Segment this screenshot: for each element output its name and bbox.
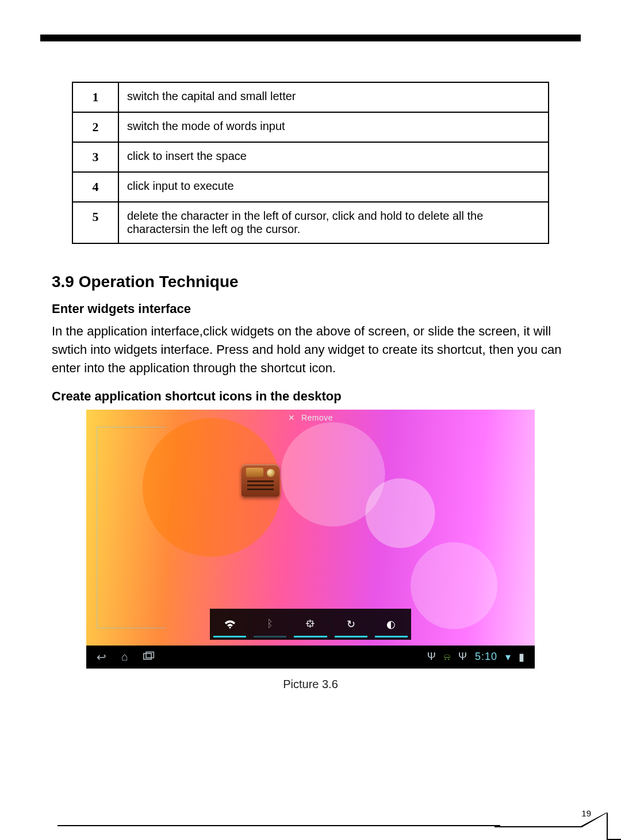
row-desc: switch the mode of words input [118,112,549,142]
gps-icon: ⯐ [305,618,316,630]
wifi-toggle[interactable] [210,609,250,640]
radio-widget-icon[interactable] [241,464,279,497]
table-row: 2 switch the mode of words input [72,112,549,142]
figure-caption: Picture 3.6 [86,678,535,691]
battery-icon: ▮ [519,651,524,663]
row-desc: click input to execute [118,172,549,202]
gps-toggle[interactable]: ⯐ [290,609,330,640]
android-debug-icon: ⍾ [444,651,450,663]
wifi-status-icon: ▾ [505,651,511,663]
usb-icon: Ψ [427,651,436,663]
row-number: 2 [72,112,118,142]
drop-target-outline [97,427,166,628]
usb-icon: Ψ [458,651,467,663]
subheading-widgets: Enter widgets interface [52,301,581,316]
row-number: 4 [72,172,118,202]
paragraph-widgets: In the application interface,click widge… [52,322,569,377]
svg-rect-1 [146,652,154,658]
figure: ✕ Remove ᛒ ⯐ ↻ [86,410,535,691]
row-number: 5 [72,202,118,243]
home-button[interactable]: ⌂ [121,650,128,663]
recent-icon [143,651,155,660]
remove-label: Remove [301,413,333,422]
sync-icon: ↻ [347,618,355,631]
quick-settings-panel: ᛒ ⯐ ↻ ◐ [210,609,411,640]
svg-rect-0 [144,654,151,659]
radio-grille-icon [247,480,274,491]
table-row: 4 click input to execute [72,172,549,202]
nav-buttons: ↩ ⌂ [97,650,155,664]
recent-button[interactable] [143,650,155,663]
brightness-toggle[interactable]: ◐ [371,609,411,640]
sync-toggle[interactable]: ↻ [331,609,371,640]
wifi-icon [224,620,236,629]
system-bar: ↩ ⌂ Ψ ⍾ Ψ 5:10 ▾ ▮ [86,646,535,669]
close-icon: ✕ [288,413,296,422]
header-rule [40,35,581,41]
remove-bar[interactable]: ✕ Remove [86,413,535,422]
section-heading: 3.9 Operation Technique [52,273,581,291]
table-row: 5 delete the character in the left of cu… [72,202,549,243]
brightness-icon: ◐ [386,618,396,631]
row-number: 1 [72,82,118,112]
subheading-shortcut: Create application shortcut icons in the… [52,389,581,404]
row-desc: delete the character in the left of curs… [118,202,549,243]
status-area[interactable]: Ψ ⍾ Ψ 5:10 ▾ ▮ [427,651,524,663]
page-corner-decoration [494,805,621,840]
tablet-screenshot: ✕ Remove ᛒ ⯐ ↻ [86,410,535,669]
table-row: 1 switch the capital and small letter [72,82,549,112]
row-number: 3 [72,142,118,172]
reference-table: 1 switch the capital and small letter 2 … [72,82,549,244]
back-button[interactable]: ↩ [97,650,106,664]
row-desc: click to insert the space [118,142,549,172]
row-desc: switch the capital and small letter [118,82,549,112]
bluetooth-toggle[interactable]: ᛒ [250,609,290,640]
clock: 5:10 [475,651,497,663]
bluetooth-icon: ᛒ [267,618,273,630]
table-row: 3 click to insert the space [72,142,549,172]
